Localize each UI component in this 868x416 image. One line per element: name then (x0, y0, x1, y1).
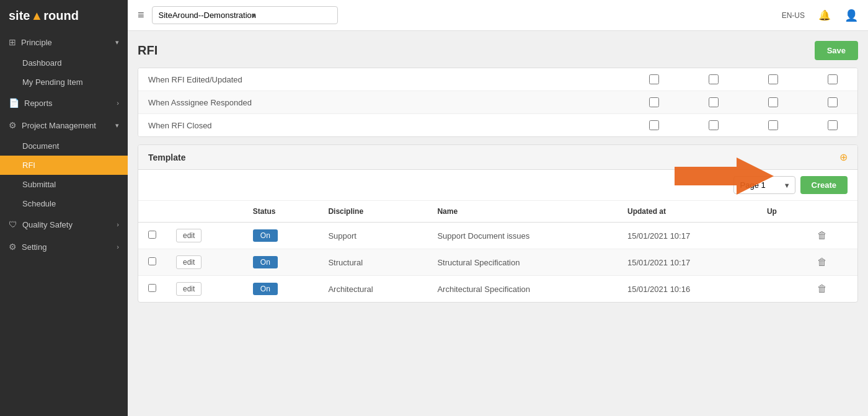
table-row: edit On Structural Structural Specificat… (138, 249, 857, 276)
template-header: Template ⊕ (138, 145, 857, 170)
col-discipline-header: Discipline (318, 201, 427, 223)
notif-label-2: When Asssignee Responded (148, 98, 649, 107)
topbar-lang: EN-US (782, 11, 805, 20)
sidebar-item-reports[interactable]: 📄 Reports › (0, 92, 128, 114)
template-title: Template (148, 153, 185, 162)
notif-checks-1 (649, 74, 838, 84)
sidebar-label-reports: Reports (24, 99, 53, 108)
up-cell-2 (757, 276, 807, 303)
col-checkbox-header (138, 201, 166, 223)
notif-row-2: When Asssignee Responded (138, 91, 857, 114)
sidebar-label-setting: Setting (22, 242, 46, 252)
notification-table: When RFI Edited/Updated When Asssignee R… (138, 68, 858, 137)
chevron-principle: ▾ (115, 38, 119, 46)
create-button[interactable]: Create (800, 176, 848, 194)
col-edit-header (166, 201, 243, 223)
content-area: RFI Save When RFI Edited/Updated When As… (128, 31, 868, 416)
template-toolbar: Page 1 Page 2 Page 3 ▼ Create (138, 170, 857, 201)
notif-checks-3 (649, 120, 838, 130)
notif-check-2d[interactable] (828, 97, 838, 107)
notif-check-3c[interactable] (768, 120, 778, 130)
notif-row-1: When RFI Edited/Updated (138, 68, 857, 91)
notif-check-2a[interactable] (649, 97, 659, 107)
col-up-header: Up (757, 201, 807, 223)
topbar: ≡ SiteAround--Demonstration ▼ EN-US 🔔 👤 (128, 0, 868, 31)
chevron-quality-safety: › (117, 221, 119, 228)
notif-label-1: When RFI Edited/Updated (148, 75, 649, 84)
logo-site: site (9, 9, 30, 22)
page-title: RFI (138, 43, 157, 58)
col-status-header: Status (243, 201, 319, 223)
template-expand-icon[interactable]: ⊕ (839, 151, 848, 163)
sidebar-logo: site▲round (0, 0, 128, 31)
menu-icon[interactable]: ≡ (138, 9, 144, 22)
notif-check-1c[interactable] (768, 74, 778, 84)
edit-button-0[interactable]: edit (176, 229, 202, 242)
delete-button-0[interactable]: 🗑 (817, 230, 827, 241)
sidebar-item-submittal[interactable]: Submittal (0, 175, 128, 194)
row-checkbox-2[interactable] (148, 284, 156, 292)
sidebar-label-project-management: Project Management (22, 121, 96, 130)
save-button[interactable]: Save (815, 41, 858, 60)
up-cell-0 (757, 223, 807, 249)
logo-arrow: ▲ (30, 9, 43, 22)
sidebar-item-dashboard[interactable]: Dashboard (0, 53, 128, 73)
sidebar-item-schedule[interactable]: Schedule (0, 194, 128, 213)
sidebar-item-rfi[interactable]: RFI (0, 156, 128, 175)
topbar-bell-icon[interactable]: 🔔 (818, 9, 831, 21)
name-cell-0: Support Document issues (427, 223, 618, 249)
sidebar-item-quality-safety[interactable]: 🛡 Quality Safety › (0, 213, 128, 236)
my-pending-label: My Pending Item (22, 77, 83, 87)
main-content: ≡ SiteAround--Demonstration ▼ EN-US 🔔 👤 … (128, 0, 868, 416)
updated-at-cell-1: 15/01/2021 10:17 (618, 249, 757, 276)
sidebar-item-principle[interactable]: ⊞ Principle ▾ (0, 31, 128, 53)
notif-row-3: When RFI Closed (138, 114, 857, 136)
logo-text: site▲round (9, 9, 79, 23)
status-badge-1: On (253, 256, 278, 268)
notif-check-3d[interactable] (828, 120, 838, 130)
sidebar-label-principle: Principle (21, 38, 52, 47)
notif-check-3a[interactable] (649, 120, 659, 130)
notif-check-2b[interactable] (709, 97, 719, 107)
updated-at-cell-2: 15/01/2021 10:16 (618, 276, 757, 303)
edit-button-1[interactable]: edit (176, 255, 202, 269)
sidebar: site▲round ⊞ Principle ▾ Dashboard My Pe… (0, 0, 128, 416)
sidebar-item-setting[interactable]: ⚙ Setting › (0, 236, 128, 258)
delete-button-1[interactable]: 🗑 (817, 257, 827, 268)
col-name-header: Name (427, 201, 618, 223)
notif-check-1a[interactable] (649, 74, 659, 84)
notif-check-3b[interactable] (709, 120, 719, 130)
delete-button-2[interactable]: 🗑 (817, 283, 827, 294)
principle-icon: ⊞ (9, 37, 16, 47)
up-cell-1 (757, 249, 807, 276)
sidebar-item-document[interactable]: Document (0, 136, 128, 156)
chevron-project-management: ▾ (115, 122, 119, 130)
edit-button-2[interactable]: edit (176, 282, 202, 296)
status-badge-0: On (253, 229, 278, 242)
status-badge-2: On (253, 283, 278, 295)
sidebar-item-project-management[interactable]: ⚙ Project Management ▾ (0, 114, 128, 136)
discipline-cell-2: Architectural (318, 276, 427, 303)
template-table: Status Discipline Name Updated at Up edi… (138, 201, 857, 302)
col-delete-header (807, 201, 857, 223)
notif-check-1d[interactable] (828, 74, 838, 84)
project-select[interactable]: SiteAround--Demonstration (152, 6, 338, 24)
notif-check-1b[interactable] (709, 74, 719, 84)
row-checkbox-1[interactable] (148, 257, 156, 265)
table-row: edit On Support Support Document issues … (138, 223, 857, 249)
table-row: edit On Architectural Architectural Spec… (138, 276, 857, 303)
topbar-user-icon[interactable]: 👤 (844, 9, 858, 22)
row-checkbox-0[interactable] (148, 231, 156, 239)
discipline-cell-1: Structural (318, 249, 427, 276)
notif-checks-2 (649, 97, 838, 107)
chevron-setting: › (117, 243, 119, 250)
sidebar-label-quality-safety: Quality Safety (22, 220, 73, 229)
page-select[interactable]: Page 1 Page 2 Page 3 (733, 176, 795, 194)
logo-round: round (43, 9, 79, 22)
sidebar-item-my-pending[interactable]: My Pending Item (0, 73, 128, 92)
template-section: Template ⊕ Page 1 Page 2 Page 3 ▼ Create (138, 144, 858, 303)
notif-check-2c[interactable] (768, 97, 778, 107)
rfi-label: RFI (22, 161, 35, 170)
dashboard-label: Dashboard (22, 58, 62, 68)
chevron-reports: › (117, 99, 119, 107)
